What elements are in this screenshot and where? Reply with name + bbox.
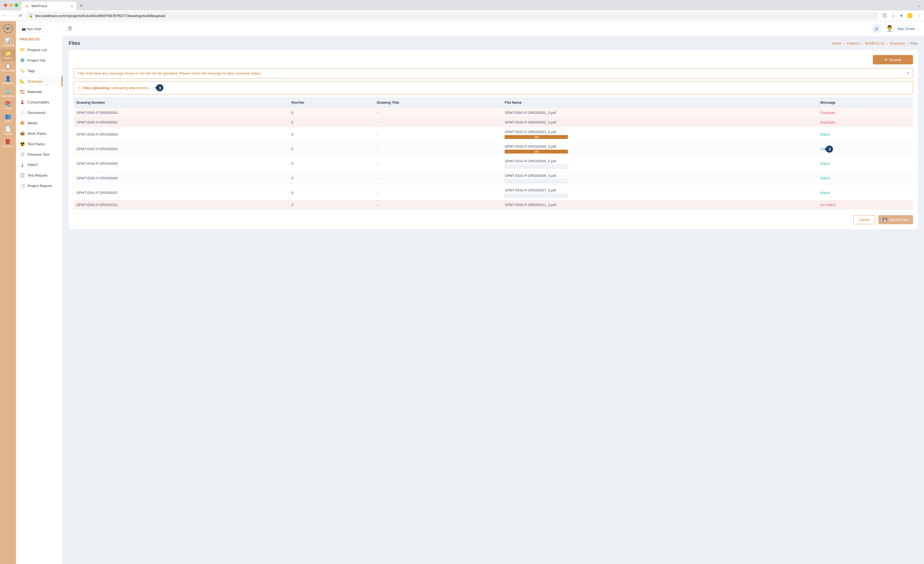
table-row: SPMT-ENG-P-DRG00003 0 - SPMT-ENG-P-DRG00…	[74, 127, 913, 142]
window-maximize[interactable]	[15, 4, 18, 7]
cell-title: -	[374, 200, 502, 210]
upload-files-button[interactable]: 💾 Upload Files	[878, 215, 913, 224]
submenu-item-documents[interactable]: 📄Documents	[16, 107, 62, 118]
cell-message: Match	[818, 156, 913, 171]
reload-icon[interactable]: ⟳	[19, 13, 22, 18]
rail-label: Users	[4, 120, 11, 123]
cell-title: -	[374, 117, 502, 127]
rail-label: Library	[4, 107, 12, 110]
message-text: Match	[820, 176, 830, 180]
breadcrumb-projects[interactable]: Projects	[847, 41, 860, 45]
browser-tab[interactable]: ◉ WeldTrace ×	[21, 2, 76, 11]
rail-item-projects[interactable]: 📁Projects	[1, 49, 15, 61]
tab-overflow-icon[interactable]: ⌄	[917, 3, 921, 8]
tab-title: WeldTrace	[32, 4, 69, 8]
breadcrumb-project[interactable]: SAMPLE-01	[865, 41, 885, 45]
breadcrumb-drawings[interactable]: Drawings	[890, 41, 905, 45]
rail-label: Projects	[4, 57, 13, 60]
rail-item-data-book[interactable]: 📕Data Book	[1, 137, 15, 150]
progress-fill: 100	[505, 135, 568, 139]
submenu-item-pressure-test[interactable]: ⏱️Pressure Test	[16, 149, 62, 159]
submenu-label: Materials	[27, 90, 42, 94]
progress-wrap: 100	[505, 150, 814, 153]
rail-label: Data Book	[2, 145, 14, 148]
submenu-label: Consumables	[27, 100, 50, 104]
submenu-label: Project Reports	[27, 184, 52, 188]
table-row: SPMT-ENG-P-DRG00311 0 - SPMT-ENG-P-DRG00…	[74, 200, 913, 210]
table-row: SPMT-ENG-P-DRG00004 0 - SPMT-ENG-P-DRG00…	[74, 142, 913, 156]
submenu-item-drawings[interactable]: 📐Drawings	[16, 76, 62, 86]
submenu-item-materials[interactable]: 🏗️Materials	[16, 86, 62, 97]
window-minimize[interactable]	[9, 4, 13, 7]
browser-chrome: ◉ WeldTrace × + ⌄ ← → ⟳ 🔒 test.weldtrace…	[0, 0, 924, 21]
browse-button[interactable]: 👁 Browse	[873, 55, 913, 65]
reader-mode-icon[interactable]: ▤	[872, 24, 881, 33]
hamburger-icon[interactable]: ☰	[68, 26, 72, 32]
extensions-icon[interactable]: ✦	[900, 13, 903, 18]
submenu-item-welds[interactable]: 🔥Welds	[16, 118, 62, 128]
cell-message: Duplicate	[818, 117, 913, 127]
browser-menu-icon[interactable]: ⋮	[917, 13, 921, 18]
window-controls	[4, 4, 18, 7]
window-close[interactable]	[4, 4, 7, 7]
rail-item-users[interactable]: 👥Users	[1, 112, 15, 124]
rail-icon: 🏢	[5, 88, 11, 94]
th-rev: Rev/Ver	[288, 97, 374, 108]
nav-forward-icon: →	[11, 13, 15, 18]
cell-message: Match	[818, 171, 913, 185]
alert-uploading-prefix: Files Uploading:	[83, 86, 111, 90]
extension-badge-icon[interactable]	[908, 13, 912, 18]
user-menu[interactable]: Max Smart ⌄	[898, 27, 919, 31]
submenu-item-consumables[interactable]: 🧯Consumables	[16, 97, 62, 107]
file-name: SPMT-ENG-P-DRG00004_0.pdf	[505, 144, 814, 149]
submenu-item-work-packs[interactable]: 📦Work Packs	[16, 128, 62, 139]
cell-message: Duplicate	[818, 108, 913, 117]
progress-bar: 100	[505, 150, 568, 153]
submenu-item-project-reports[interactable]: 📑Project Reports	[16, 180, 62, 191]
file-name: SPMT-ENG-P-DRG00001_0.pdf	[505, 111, 814, 115]
page-head-row: Files Home/ Projects/ SAMPLE-01/ Drawing…	[63, 36, 924, 50]
browse-label: Browse	[890, 58, 902, 62]
table-row: SPMT-ENG-P-DRG00006 0 - SPMT-ENG-P-DRG00…	[74, 171, 913, 185]
submenu-icon: 📦	[20, 131, 25, 136]
new-tab-button[interactable]: +	[80, 3, 83, 9]
url-field[interactable]: 🔒 test.weldtrace.com/#/projects/614c461d…	[26, 12, 879, 20]
tab-close-icon[interactable]: ×	[71, 4, 73, 8]
rail-item-wps-pqr[interactable]: 📋WPS & PQR	[1, 61, 15, 74]
rail-item-library[interactable]: 📚Library	[1, 99, 15, 112]
file-name: SPMT-ENG-P-DRG00007_0.pdf	[505, 188, 814, 192]
submenu-item-pwht[interactable]: 🌡️PWHT	[16, 159, 62, 170]
progress-bar	[505, 193, 568, 197]
nav-back-icon[interactable]: ←	[3, 13, 7, 18]
callout-2: 3	[826, 146, 833, 153]
message-text: Duplicate	[820, 111, 835, 115]
cell-message: Match	[818, 185, 913, 200]
progress-bar: 100	[505, 135, 568, 139]
main: ☰ ▤ 👨‍💼 Max Smart ⌄ Files Home/ Projects…	[63, 21, 924, 564]
rail-item-reports[interactable]: 📄Reports	[1, 124, 15, 137]
rail-item-personnel[interactable]: 👤Personnel	[1, 74, 15, 87]
cell-rev: 0	[288, 200, 374, 210]
alert-close-icon[interactable]: ×	[907, 71, 909, 76]
th-title: Drawing Title	[374, 97, 502, 108]
breadcrumb-home[interactable]: Home	[832, 41, 842, 45]
submenu-item-projects-list[interactable]: 📁Projects List	[16, 45, 62, 55]
rail-item-dashboard[interactable]: 📊Dashboard	[1, 36, 15, 49]
alert-warning-text: Files that have any message shown in red…	[78, 71, 261, 75]
submenu-item-test-packs[interactable]: ☢️Test Packs	[16, 139, 62, 149]
app-logo-icon[interactable]: WT	[3, 24, 13, 33]
cancel-button[interactable]: Cancel	[854, 215, 875, 224]
cell-rev: 0	[288, 156, 374, 171]
cell-file: SPMT-ENG-P-DRG00003_0.pdf 100	[502, 127, 817, 142]
rail-item-organization[interactable]: 🏢Organization	[1, 87, 15, 99]
star-icon[interactable]: ☆	[891, 13, 895, 18]
cell-drawing-number: SPMT-ENG-P-DRG00006	[74, 171, 288, 185]
submenu-item-project-info[interactable]: ⚙️Project Info	[16, 55, 62, 65]
submenu-icon: ⚙️	[20, 58, 25, 63]
submenu-item-tags[interactable]: 🏷️Tags	[16, 65, 62, 76]
submenu-item-test-reports[interactable]: 📋Test Reports	[16, 170, 62, 180]
submenu-label: Welds	[27, 121, 38, 125]
cell-drawing-number: SPMT-ENG-P-DRG00003	[74, 127, 288, 142]
key-icon[interactable]: ⚿	[882, 13, 887, 18]
files-table: Drawing Number Rev/Ver Drawing Title Fil…	[74, 97, 913, 210]
